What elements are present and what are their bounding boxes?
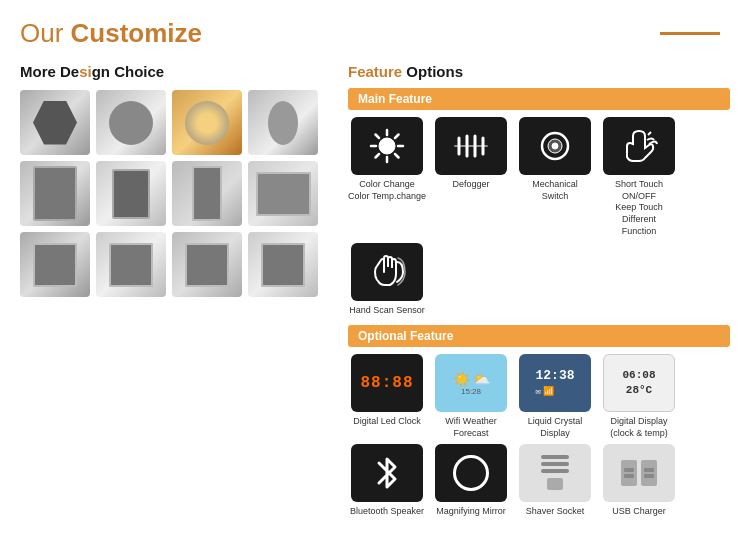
- shaver-plug: [547, 478, 563, 490]
- svg-line-17: [648, 132, 651, 135]
- icon-weather: ☀️ ⛅ 15:28: [435, 354, 507, 412]
- display-time: 06:08: [622, 368, 655, 383]
- mirror-circle: [96, 90, 166, 155]
- defogger-label: Defogger: [452, 179, 489, 191]
- circle-shape: [109, 101, 153, 145]
- main-feature-section: Main Feature: [348, 88, 730, 317]
- feature-switch: MechanicalSwitch: [516, 117, 594, 237]
- icon-brightness: [351, 117, 423, 175]
- mirror-sq-4: [248, 232, 318, 297]
- svg-line-7: [395, 135, 399, 139]
- sq-shape-2: [109, 243, 153, 287]
- digital-display-content: 06:08 28°C: [622, 368, 655, 399]
- title-highlight: Customize: [71, 18, 202, 48]
- left-section-title: More Design Choice: [20, 63, 330, 80]
- hex-shape: [33, 101, 77, 145]
- shaver-line-2: [541, 462, 569, 466]
- feature-hand-scan: Hand Scan Sensor: [348, 243, 426, 317]
- mirror-rect-1: [20, 161, 90, 226]
- icon-switch: [519, 117, 591, 175]
- feature-digital-display: 06:08 28°C Digital Display(clock & temp): [600, 354, 678, 439]
- feature-lcd: 12:38 ✉ 📶 Liquid Crystal Display: [516, 354, 594, 439]
- usb-slot-3: [644, 468, 654, 472]
- sun-icon: ☀️: [453, 371, 470, 387]
- hand-scan-svg: [367, 252, 407, 292]
- defogger-svg: [451, 126, 491, 166]
- mirror-wide: [248, 161, 318, 226]
- lcd-icon-1: ✉: [535, 387, 540, 399]
- design-grid: [20, 90, 330, 297]
- display-temp: 28°C: [622, 383, 655, 398]
- feature-shaver: Shaver Socket: [516, 444, 594, 518]
- usb-slot-2: [624, 474, 634, 478]
- optional-feature-header: Optional Feature: [348, 325, 730, 347]
- lcd-icons: ✉ 📶: [535, 387, 574, 399]
- bluetooth-svg: [371, 453, 403, 493]
- mirror-tall: [172, 161, 242, 226]
- lcd-time: 12:38: [535, 368, 574, 385]
- digital-clock-label: Digital Led Clock: [353, 416, 421, 428]
- icon-digital-display: 06:08 28°C: [603, 354, 675, 412]
- tall-shape: [192, 166, 222, 221]
- icon-defogger: [435, 117, 507, 175]
- switch-label: MechanicalSwitch: [532, 179, 578, 202]
- lcd-icon-2: 📶: [543, 387, 554, 399]
- icon-usb: [603, 444, 675, 502]
- icon-shaver: [519, 444, 591, 502]
- icon-bluetooth: [351, 444, 423, 502]
- color-change-label: Color ChangeColor Temp.change: [348, 179, 426, 202]
- left-column: More Design Choice: [20, 63, 330, 525]
- weather-label: Wifi Weather Forecast: [432, 416, 510, 439]
- usb-ports: [621, 460, 657, 486]
- weather-time: 15:28: [461, 387, 481, 396]
- svg-line-8: [376, 154, 380, 158]
- shaver-socket: [541, 455, 569, 490]
- design-row-3: [20, 232, 330, 297]
- usb-slot-4: [644, 474, 654, 478]
- usb-port-1: [621, 460, 637, 486]
- lcd-label: Liquid Crystal Display: [516, 416, 594, 439]
- mirror-oval: [248, 90, 318, 155]
- magnify-circle: [453, 455, 489, 491]
- clock-display: 88:88: [360, 374, 413, 392]
- feature-usb: USB Charger: [600, 444, 678, 518]
- mirror-hexagon: [20, 90, 90, 155]
- rect-shape-1: [33, 166, 77, 221]
- weather-icons: ☀️ ⛅: [453, 371, 490, 387]
- shaver-label: Shaver Socket: [526, 506, 585, 518]
- switch-svg: [535, 126, 575, 166]
- main-feature-header: Main Feature: [348, 88, 730, 110]
- digital-display-label: Digital Display(clock & temp): [610, 416, 668, 439]
- usb-port-2: [641, 460, 657, 486]
- page-title: Our Customize: [20, 18, 202, 49]
- optional-feature-section: Optional Feature 88:88 Digital Led Clock: [348, 325, 730, 517]
- optional-row-2: Bluetooth Speaker Magnifying Mirror: [348, 444, 730, 518]
- brightness-svg: [367, 126, 407, 166]
- lcd-display: 12:38 ✉ 📶: [535, 368, 574, 399]
- feature-color-change: Color ChangeColor Temp.change: [348, 117, 426, 237]
- svg-line-5: [376, 135, 380, 139]
- mirror-sq-3: [172, 232, 242, 297]
- feature-touch: Short Touch ON/OFFKeep Touch DifferentFu…: [600, 117, 678, 237]
- cloud-icon: ⛅: [473, 371, 490, 387]
- mirror-sq-2: [96, 232, 166, 297]
- header: Our Customize: [20, 18, 730, 49]
- touch-svg: [619, 126, 659, 166]
- icon-lcd: 12:38 ✉ 📶: [519, 354, 591, 412]
- usb-slot-1: [624, 468, 634, 472]
- hand-scan-label: Hand Scan Sensor: [349, 305, 425, 317]
- title-prefix: Our: [20, 18, 71, 48]
- feature-defogger: Defogger: [432, 117, 510, 237]
- design-row-1: [20, 90, 330, 155]
- rect-shape-2: [112, 169, 150, 219]
- right-section-title: Feature Options: [348, 63, 730, 80]
- magnify-label: Magnifying Mirror: [436, 506, 506, 518]
- weather-display: ☀️ ⛅ 15:28: [453, 371, 490, 396]
- shaver-line-1: [541, 455, 569, 459]
- design-row-2: [20, 161, 330, 226]
- svg-line-6: [395, 154, 399, 158]
- shaver-line-3: [541, 469, 569, 473]
- main-content: More Design Choice: [20, 63, 730, 525]
- mirror-circle-light: [172, 90, 242, 155]
- feature-title-highlight: Feature: [348, 63, 402, 80]
